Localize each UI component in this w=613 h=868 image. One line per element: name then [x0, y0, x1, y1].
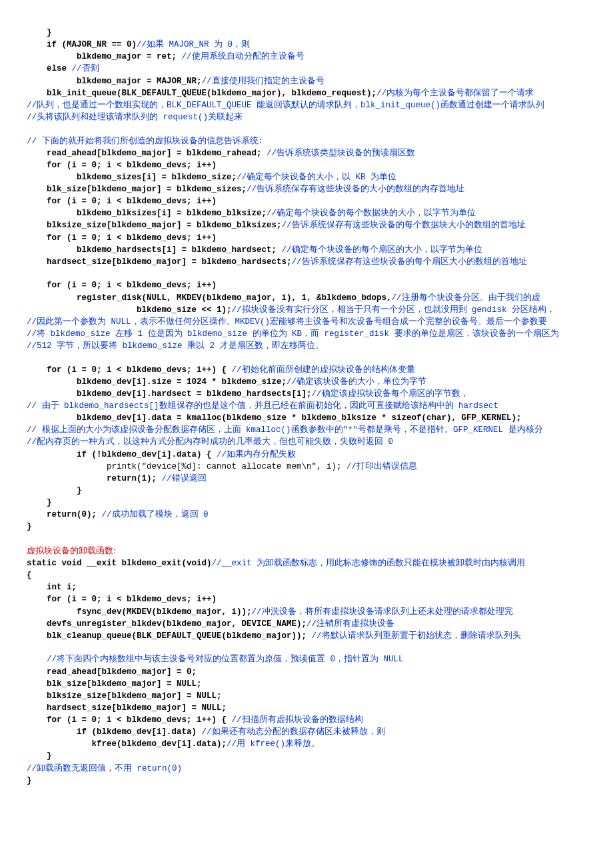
- code-text: blkdemo_dev[i].hardsect = blkdemo_hardse…: [77, 389, 312, 399]
- code-line: if (blkdemo_dev[i].data) //如果还有动态分配的数据存储…: [27, 726, 586, 738]
- code-line: [27, 352, 586, 364]
- code-line: blkdemo_blksizes[i] = blkdemo_blksize;//…: [27, 207, 586, 219]
- code-text: blkdemo_major = MAJOR_NR;: [77, 77, 202, 86]
- comment-text: //卸载函数无返回值，不用 return(0): [27, 764, 182, 773]
- comment-text: //如果内存分配失败: [217, 450, 296, 459]
- code-text: for (i = 0; i < blkdemo_devs; i++): [47, 197, 217, 206]
- code-line: //因此第一个参数为 NULL，表示不做任何分区操作。MKDEV()宏能够将主设…: [27, 316, 586, 328]
- comment-text: //告诉系统保存有这些块设备的大小的数组的内存首地址: [247, 185, 464, 194]
- code-text: for (i = 0; i < blkdemo_devs; i++) {: [47, 715, 232, 725]
- code-line: blk_size[blkdemo_major] = NULL;: [27, 678, 586, 690]
- code-line: // 根据上面的大小为该虚拟设备分配数据存储区，上面 kmalloc()函数参数…: [27, 424, 586, 436]
- code-line: //头将该队列和处理该请求队列的 request()关联起来: [27, 111, 586, 123]
- code-text: blkdemo_hardsects[i] = blkdemo_hardsect;: [77, 245, 282, 255]
- comment-text: //确定每个块设备的大小，以 KB 为单位: [237, 173, 396, 182]
- code-line: [27, 533, 586, 545]
- code-document: } if (MAJOR_NR == 0)//如果 MAJOR_NR 为 0，则 …: [27, 27, 586, 787]
- code-line: return(0); //成功加载了模块，返回 0: [27, 509, 586, 521]
- comment-text: //将下面四个内核数组中与该主设备号对应的位置都置为原值，预读值置 0，指针置为…: [47, 655, 404, 664]
- code-text: blkdemo_sizes[i] = blkdemo_size;: [77, 173, 237, 182]
- code-line: printk("device[%d]: cannot allocate mem\…: [27, 461, 586, 473]
- code-line: if (!blkdemo_dev[i].data) { //如果内存分配失败: [27, 449, 586, 461]
- code-line: blkdemo_dev[i].size = 1024 * blkdemo_siz…: [27, 376, 586, 388]
- code-line: for (i = 0; i < blkdemo_devs; i++) { //初…: [27, 364, 586, 376]
- comment-text: //将默认请求队列重新置于初始状态，删除请求队列头: [312, 631, 521, 641]
- code-text: blkdemo_blksizes[i] = blkdemo_blksize;: [77, 209, 267, 218]
- code-line: //队列，也是通过一个数组实现的，BLK_DEFAULT_QUEUE 能返回该默…: [27, 99, 586, 111]
- code-text: }: [27, 776, 32, 785]
- comment-text: //512 字节，所以要将 blkdemo_size 乘以 2 才是扇区数，即左…: [27, 341, 324, 351]
- code-line: static void __exit blkdemo_exit(void)//_…: [27, 557, 586, 569]
- comment-text: //注册每个块设备分区。由于我们的虚: [392, 293, 540, 303]
- comment-text: //确定每个块设备的每个扇区的大小，以字节为单位: [282, 245, 482, 255]
- code-line: int i;: [27, 581, 586, 593]
- code-line: if (MAJOR_NR == 0)//如果 MAJOR_NR 为 0，则: [27, 39, 586, 51]
- comment-text: //注销所有虚拟块设备: [306, 619, 394, 629]
- comment-text: //告诉系统保存有这些块设备的每个扇区大小的数组的首地址: [292, 257, 527, 267]
- code-text: }: [47, 28, 52, 37]
- code-line: blksize_size[blkdemo_major] = NULL;: [27, 690, 586, 702]
- code-text: }: [47, 498, 52, 507]
- comment-text: //内核为每个主设备号都保留了一个请求: [376, 89, 534, 98]
- comment-text: //用 kfree()来释放。: [227, 739, 320, 749]
- code-text: }: [27, 522, 32, 531]
- comment-text: // 由于 blkdemo_hardsects[]数组保存的也是这个值，并且已经…: [27, 401, 498, 411]
- code-line: [27, 268, 586, 280]
- code-line: for (i = 0; i < blkdemo_devs; i++): [27, 593, 586, 605]
- code-line: blk_cleanup_queue(BLK_DEFAULT_QUEUE(blkd…: [27, 630, 586, 642]
- code-line: hardsect_size[blkdemo_major] = blkdemo_h…: [27, 256, 586, 268]
- code-line: //配内存页的一种方式，以这种方式分配内存时成功的几率最大，但也可能失败，失败时…: [27, 436, 586, 448]
- code-line: // 由于 blkdemo_hardsects[]数组保存的也是这个值，并且已经…: [27, 400, 586, 412]
- code-line: //卸载函数无返回值，不用 return(0): [27, 763, 586, 775]
- code-text: devfs_unregister_blkdev(blkdemo_major, D…: [47, 619, 306, 629]
- code-text: blk_size[blkdemo_major] = NULL;: [47, 679, 202, 689]
- code-line: //将 blkdemo_size 左移 1 位是因为 blkdemo_size …: [27, 328, 586, 340]
- code-line: blk_init_queue(BLK_DEFAULT_QUEUE(blkdemo…: [27, 87, 586, 99]
- code-text: hardsect_size[blkdemo_major] = blkdemo_h…: [47, 257, 292, 267]
- code-line: for (i = 0; i < blkdemo_devs; i++): [27, 195, 586, 207]
- code-line: //512 字节，所以要将 blkdemo_size 乘以 2 才是扇区数，即左…: [27, 340, 586, 352]
- code-line: blkdemo_dev[i].hardsect = blkdemo_hardse…: [27, 388, 586, 400]
- code-line: register_disk(NULL, MKDEV(blkdemo_major,…: [27, 292, 586, 304]
- code-line: //将下面四个内核数组中与该主设备号对应的位置都置为原值，预读值置 0，指针置为…: [27, 653, 586, 665]
- comment-text: //配内存页的一种方式，以这种方式分配内存时成功的几率最大，但也可能失败，失败时…: [27, 437, 393, 447]
- comment-text: //拟块设备没有实行分区，相当于只有一个分区，也就没用到 gendisk 分区结…: [232, 305, 556, 315]
- code-line: blkdemo_major = MAJOR_NR;//直接使用我们指定的主设备号: [27, 75, 586, 87]
- code-line: {: [27, 569, 586, 581]
- code-text: blkdemo_major = ret;: [77, 52, 182, 61]
- comment-text: //初始化前面所创建的虚拟块设备的结构体变量: [232, 365, 415, 375]
- code-text: kfree(blkdemo_dev[i].data);: [92, 739, 227, 749]
- comment-text: //将 blkdemo_size 左移 1 位是因为 blkdemo_size …: [27, 329, 559, 339]
- code-text: printk("device[%d]: cannot allocate mem\…: [107, 462, 346, 471]
- code-line: read_ahead[blkdemo_major] = blkdemo_rahe…: [27, 147, 586, 159]
- code-text: blkdemo_dev[i].data = kmalloc(blkdemo_si…: [77, 413, 522, 423]
- code-text: }: [77, 486, 82, 495]
- code-line: blkdemo_major = ret; //使用系统自动分配的主设备号: [27, 51, 586, 63]
- comment-text: //__exit 为卸载函数标志，用此标志修饰的函数只能在模块被卸载时由内核调用: [212, 559, 526, 568]
- comment-text: //头将该队列和处理该请求队列的 request()关联起来: [27, 113, 243, 122]
- comment-text: //确定该块设备的大小，单位为字节: [287, 377, 426, 387]
- comment-text: //如果 MAJOR_NR 为 0，则: [137, 40, 250, 49]
- comment-text: //如果还有动态分配的数据存储区未被释放，则: [202, 727, 385, 737]
- code-line: kfree(blkdemo_dev[i].data);//用 kfree()来释…: [27, 738, 586, 750]
- comment-text: //队列，也是通过一个数组实现的，BLK_DEFAULT_QUEUE 能返回该默…: [27, 101, 544, 110]
- comment-text: //确定每个块设备的每个数据块的大小，以字节为单位: [267, 209, 476, 218]
- comment-text: // 根据上面的大小为该虚拟设备分配数据存储区，上面 kmalloc()函数参数…: [27, 425, 543, 435]
- code-text: blk_size[blkdemo_major] = blkdemo_sizes;: [47, 185, 247, 194]
- code-text: blksize_size[blkdemo_major] = NULL;: [47, 691, 222, 701]
- code-line: blkdemo_dev[i].data = kmalloc(blkdemo_si…: [27, 412, 586, 424]
- code-text: for (i = 0; i < blkdemo_devs; i++): [47, 595, 217, 604]
- code-text: {: [27, 571, 32, 580]
- code-line: blk_size[blkdemo_major] = blkdemo_sizes;…: [27, 183, 586, 195]
- code-line: else //否则: [27, 63, 586, 75]
- comment-text: //告诉系统保存有这些块设备的每个数据块大小的数组的首地址: [282, 221, 526, 230]
- code-text: if (!blkdemo_dev[i].data) {: [77, 450, 217, 459]
- code-text: int i;: [47, 583, 77, 592]
- code-line: }: [27, 485, 586, 497]
- code-text: return(0);: [47, 510, 102, 519]
- code-line: // 下面的就开始将我们所创造的虚拟块设备的信息告诉系统:: [27, 135, 586, 147]
- code-text: for (i = 0; i < blkdemo_devs; i++): [47, 281, 217, 290]
- code-line: }: [27, 27, 586, 39]
- code-line: for (i = 0; i < blkdemo_devs; i++): [27, 232, 586, 244]
- code-text: else: [47, 64, 72, 73]
